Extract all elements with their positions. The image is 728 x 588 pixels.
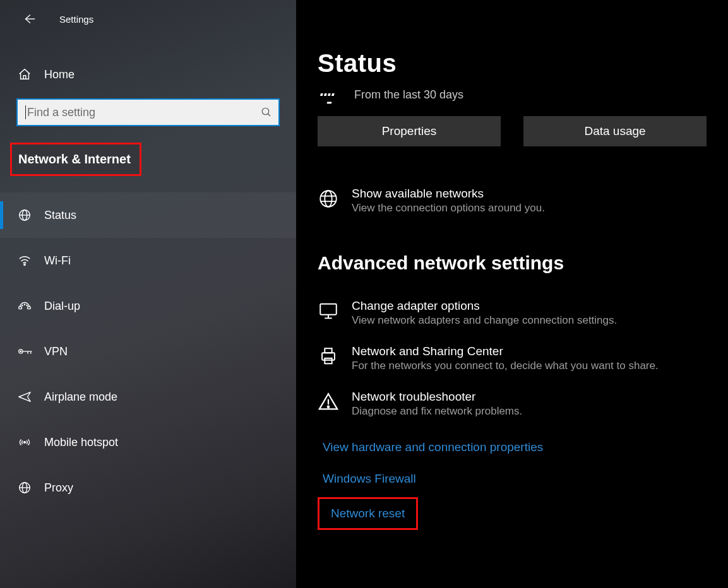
svg-point-13	[20, 351, 21, 352]
hotspot-icon	[18, 435, 44, 449]
svg-rect-28	[322, 353, 335, 360]
search-input[interactable]: Find a setting	[16, 98, 280, 126]
properties-button-label: Properties	[382, 124, 437, 138]
data-usage-button[interactable]: Data usage	[523, 116, 707, 146]
home-label: Home	[44, 68, 75, 81]
sidebar-item-status[interactable]: Status	[0, 192, 296, 238]
globe-icon	[318, 187, 352, 215]
signal-strength-icon: ⋅⋅⋅⋅̠	[318, 85, 333, 105]
vpn-icon	[18, 345, 44, 358]
advanced-heading: Advanced network settings	[318, 252, 707, 274]
svg-rect-7	[19, 307, 22, 309]
svg-rect-25	[320, 304, 337, 315]
hardware-properties-link[interactable]: View hardware and connection properties	[318, 437, 548, 458]
sidebar-item-label: Mobile hotspot	[44, 436, 118, 449]
adapter-options-desc: View network adapters and change connect…	[352, 314, 617, 327]
home-icon	[18, 68, 32, 81]
category-heading-highlight: Network & Internet	[10, 143, 141, 176]
sidebar-item-hotspot[interactable]: Mobile hotspot	[0, 420, 296, 465]
page-title: Status	[318, 49, 707, 78]
sidebar-item-airplane[interactable]: Airplane mode	[0, 374, 296, 420]
sidebar-item-label: Proxy	[44, 481, 73, 495]
network-reset-link[interactable]: Network reset	[318, 497, 418, 530]
sidebar-item-wifi[interactable]: Wi-Fi	[0, 238, 296, 283]
wifi-icon	[18, 254, 44, 268]
category-heading: Network & Internet	[18, 152, 131, 166]
sharing-center-title: Network and Sharing Center	[352, 344, 659, 358]
windows-firewall-link[interactable]: Windows Firewall	[318, 468, 421, 490]
adapter-options-row[interactable]: Change adapter options View network adap…	[318, 299, 707, 327]
sidebar-item-vpn[interactable]: VPN	[0, 329, 296, 374]
arrow-left-icon	[22, 12, 36, 26]
airplane-icon	[18, 390, 44, 404]
svg-point-22	[325, 191, 331, 207]
svg-point-11	[27, 305, 27, 306]
sharing-center-desc: For the networks you connect to, decide …	[352, 360, 659, 372]
adapter-options-title: Change adapter options	[352, 299, 617, 313]
svg-line-2	[268, 114, 270, 116]
warning-triangle-icon	[318, 390, 352, 418]
monitor-icon	[318, 299, 352, 327]
search-placeholder: Find a setting	[27, 106, 261, 119]
troubleshooter-row[interactable]: Network troubleshooter Diagnose and fix …	[318, 390, 707, 418]
svg-point-32	[328, 406, 330, 408]
main-content: Status ⋅⋅⋅⋅̠ From the last 30 days Prope…	[296, 0, 728, 588]
available-networks-desc: View the connection options around you.	[352, 202, 545, 215]
available-networks-title: Show available networks	[352, 187, 545, 201]
svg-point-10	[24, 304, 25, 305]
sharing-center-row[interactable]: Network and Sharing Center For the netwo…	[318, 344, 707, 372]
last-days-label: From the last 30 days	[354, 88, 463, 102]
sidebar-item-label: Airplane mode	[44, 391, 117, 404]
sidebar: Settings Home Find a setting	[0, 0, 296, 588]
svg-point-6	[24, 264, 25, 265]
app-title: Settings	[59, 14, 93, 25]
available-networks-row[interactable]: Show available networks View the connect…	[318, 187, 707, 215]
svg-point-17	[24, 442, 26, 444]
sidebar-item-label: Status	[44, 209, 76, 222]
svg-rect-29	[325, 348, 331, 353]
data-usage-button-label: Data usage	[584, 124, 645, 138]
dialup-icon	[18, 299, 44, 313]
svg-rect-8	[28, 307, 31, 309]
back-button[interactable]	[16, 6, 42, 32]
troubleshooter-title: Network troubleshooter	[352, 390, 522, 404]
text-cursor	[25, 105, 26, 119]
svg-point-1	[262, 108, 269, 115]
svg-point-9	[22, 305, 23, 306]
sidebar-item-dialup[interactable]: Dial-up	[0, 283, 296, 329]
sidebar-item-proxy[interactable]: Proxy	[0, 465, 296, 510]
sidebar-item-label: Wi-Fi	[44, 254, 71, 268]
sidebar-item-label: Dial-up	[44, 300, 80, 313]
globe-network-icon	[18, 208, 44, 222]
troubleshooter-desc: Diagnose and fix network problems.	[352, 405, 522, 418]
svg-point-21	[320, 191, 337, 207]
properties-button[interactable]: Properties	[318, 116, 501, 146]
proxy-globe-icon	[18, 481, 44, 495]
search-icon	[261, 107, 272, 118]
svg-rect-30	[325, 358, 331, 364]
sidebar-item-label: VPN	[44, 345, 68, 358]
printer-share-icon	[318, 344, 352, 372]
home-nav[interactable]: Home	[0, 59, 296, 90]
